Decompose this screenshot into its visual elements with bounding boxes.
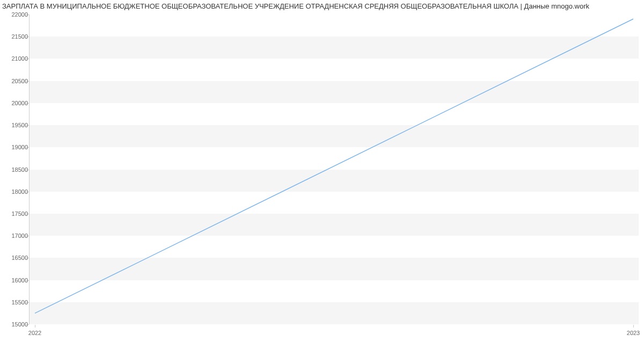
y-tick-label: 19000 <box>11 144 28 150</box>
y-tick-label: 16500 <box>11 255 28 261</box>
plot-area: 20222023 <box>30 14 639 324</box>
x-tick <box>633 325 634 328</box>
y-tick-label: 18000 <box>11 188 28 195</box>
x-tick <box>35 325 35 328</box>
x-tick-label: 2023 <box>627 330 640 336</box>
y-tick-label: 17000 <box>11 232 28 239</box>
y-tick-label: 21500 <box>11 33 28 40</box>
y-tick-label: 21000 <box>11 55 28 62</box>
x-tick-label: 2022 <box>28 330 41 336</box>
data-line <box>35 19 633 313</box>
y-tick-label: 15500 <box>11 299 28 306</box>
y-tick-label: 19500 <box>11 122 28 128</box>
y-tick-label: 15000 <box>11 321 28 328</box>
chart-line-svg <box>30 14 639 324</box>
chart-title: ЗАРПЛАТА В МУНИЦИПАЛЬНОЕ БЮДЖЕТНОЕ ОБЩЕО… <box>0 2 644 10</box>
y-tick-label: 20000 <box>11 100 28 106</box>
y-tick-label: 18500 <box>11 166 28 173</box>
y-tick-label: 20500 <box>11 78 28 84</box>
y-tick-label: 22000 <box>11 11 28 18</box>
y-tick-label: 17500 <box>11 210 28 217</box>
y-tick-label: 16000 <box>11 277 28 283</box>
